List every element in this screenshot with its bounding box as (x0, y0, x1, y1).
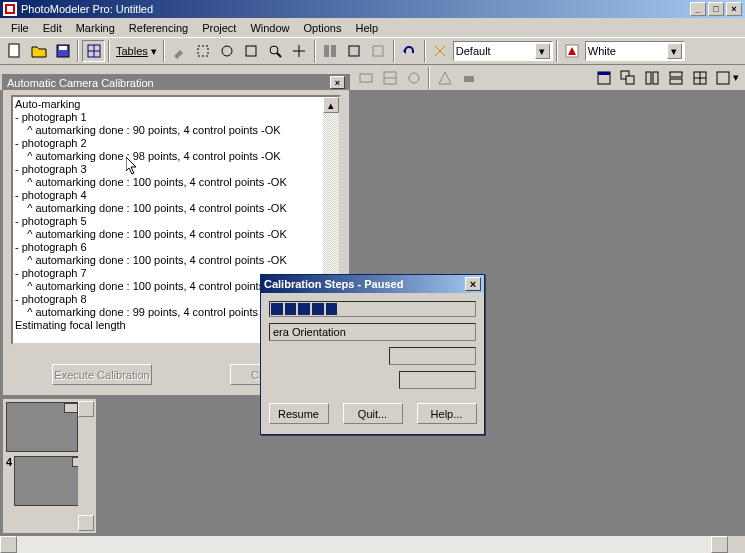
app-icon (3, 2, 17, 16)
svg-point-21 (409, 73, 419, 83)
scroll-up-icon[interactable] (78, 401, 94, 417)
log-line[interactable]: ^ automarking done : 100 points, 4 contr… (15, 176, 337, 189)
win-icon-5[interactable] (688, 67, 711, 89)
log-line[interactable]: ^ automarking done : 100 points, 4 contr… (15, 202, 337, 215)
scroll-right-icon[interactable] (711, 536, 728, 553)
log-line[interactable]: - photograph 5 (15, 215, 337, 228)
view-icon-4[interactable] (433, 67, 456, 89)
menu-file[interactable]: File (4, 20, 36, 36)
menu-referencing[interactable]: Referencing (122, 20, 195, 36)
save-icon[interactable] (51, 40, 74, 62)
menu-marking[interactable]: Marking (69, 20, 122, 36)
layer-combo[interactable]: White▾ (585, 41, 685, 61)
thumbnail[interactable] (6, 402, 78, 452)
thumbnail[interactable] (14, 456, 86, 506)
close-button[interactable]: × (726, 2, 742, 16)
scroll-left-icon[interactable] (0, 536, 17, 553)
win-icon-4[interactable] (664, 67, 687, 89)
scroll-up-icon[interactable]: ▴ (323, 97, 339, 113)
svg-rect-28 (653, 72, 658, 84)
tool-icon-8[interactable] (367, 40, 390, 62)
material-combo[interactable]: Default▾ (453, 41, 553, 61)
paint-icon[interactable] (429, 40, 452, 62)
tool-icon-7[interactable] (343, 40, 366, 62)
tables-dropdown[interactable]: Tables▾ (113, 40, 160, 62)
panel-title: Automatic Camera Calibration (7, 77, 154, 89)
chevron-down-icon[interactable]: ▾ (667, 43, 682, 59)
camera-icon (64, 403, 78, 413)
panel-close-button[interactable]: × (330, 76, 345, 89)
open-icon[interactable] (27, 40, 50, 62)
tool-icon-5[interactable] (288, 40, 311, 62)
log-line[interactable]: - photograph 1 (15, 111, 337, 124)
menu-help[interactable]: Help (348, 20, 385, 36)
view-icon-2[interactable] (378, 67, 401, 89)
svg-point-9 (222, 46, 232, 56)
new-icon[interactable] (3, 40, 26, 62)
status-field-1: era Orientation (269, 323, 476, 341)
status-field-3 (399, 371, 476, 389)
main-toolbar: Tables▾ Default▾ White▾ (0, 37, 745, 65)
log-line[interactable]: ^ automarking done : 100 points, 4 contr… (15, 254, 337, 267)
dialog-header[interactable]: Calibration Steps - Paused × (261, 275, 484, 293)
tool-icon-3[interactable] (216, 40, 239, 62)
thumb-scrollbar[interactable] (78, 401, 94, 531)
menu-project[interactable]: Project (195, 20, 243, 36)
svg-point-11 (270, 46, 278, 54)
svg-rect-27 (646, 72, 651, 84)
tool-icon-6[interactable] (319, 40, 342, 62)
win-icon-1[interactable] (592, 67, 615, 89)
horizontal-scrollbar[interactable] (0, 536, 745, 553)
grid-icon[interactable] (82, 40, 105, 62)
win-icon-2[interactable] (616, 67, 639, 89)
tool-icon-4[interactable] (240, 40, 263, 62)
scroll-down-icon[interactable] (78, 515, 94, 531)
log-line[interactable]: Auto-marking (15, 98, 337, 111)
chevron-down-icon[interactable]: ▾ (535, 43, 550, 59)
log-line[interactable]: - photograph 4 (15, 189, 337, 202)
menu-bar: File Edit Marking Referencing Project Wi… (0, 18, 745, 37)
svg-rect-14 (331, 45, 336, 57)
svg-rect-30 (670, 79, 682, 84)
log-line[interactable]: - photograph 3 (15, 163, 337, 176)
view-icon-5[interactable] (457, 67, 480, 89)
quit-button[interactable]: Quit... (343, 403, 403, 424)
log-line[interactable]: - photograph 6 (15, 241, 337, 254)
zoom-icon[interactable] (264, 40, 287, 62)
window-dropdown[interactable]: ▾ (712, 67, 742, 89)
svg-rect-22 (464, 76, 474, 82)
view-icon-3[interactable] (402, 67, 425, 89)
svg-rect-29 (670, 72, 682, 77)
resize-grip[interactable] (728, 536, 745, 553)
help-button[interactable]: Help... (417, 403, 477, 424)
execute-calibration-button[interactable]: Execute Calibration (52, 364, 152, 385)
tool-icon-2[interactable] (192, 40, 215, 62)
maximize-button[interactable]: □ (708, 2, 724, 16)
log-line[interactable]: ^ automarking done : 100 points, 4 contr… (15, 228, 337, 241)
dialog-title: Calibration Steps - Paused (264, 278, 403, 290)
menu-options[interactable]: Options (297, 20, 349, 36)
undo-icon[interactable] (398, 40, 421, 62)
menu-edit[interactable]: Edit (36, 20, 69, 36)
svg-rect-8 (198, 46, 208, 56)
view-icon-1[interactable] (354, 67, 377, 89)
log-line[interactable]: - photograph 2 (15, 137, 337, 150)
log-line[interactable]: ^ automarking done : 90 points, 4 contro… (15, 124, 337, 137)
svg-rect-16 (373, 46, 383, 56)
svg-rect-2 (9, 44, 19, 57)
win-icon-3[interactable] (640, 67, 663, 89)
tool-icon-1[interactable] (168, 40, 191, 62)
menu-window[interactable]: Window (243, 20, 296, 36)
thumbnail-panel: 4 (2, 398, 97, 534)
svg-rect-13 (324, 45, 329, 57)
resume-button[interactable]: Resume (269, 403, 329, 424)
minimize-button[interactable]: _ (690, 2, 706, 16)
calibration-steps-dialog: Calibration Steps - Paused × era Orienta… (260, 274, 485, 435)
dialog-close-button[interactable]: × (465, 277, 481, 291)
svg-rect-18 (360, 74, 372, 82)
color-icon[interactable] (561, 40, 584, 62)
log-line[interactable]: ^ automarking done : 98 points, 4 contro… (15, 150, 337, 163)
svg-line-12 (277, 53, 281, 57)
panel-header: Automatic Camera Calibration × (3, 75, 349, 90)
svg-rect-15 (349, 46, 359, 56)
